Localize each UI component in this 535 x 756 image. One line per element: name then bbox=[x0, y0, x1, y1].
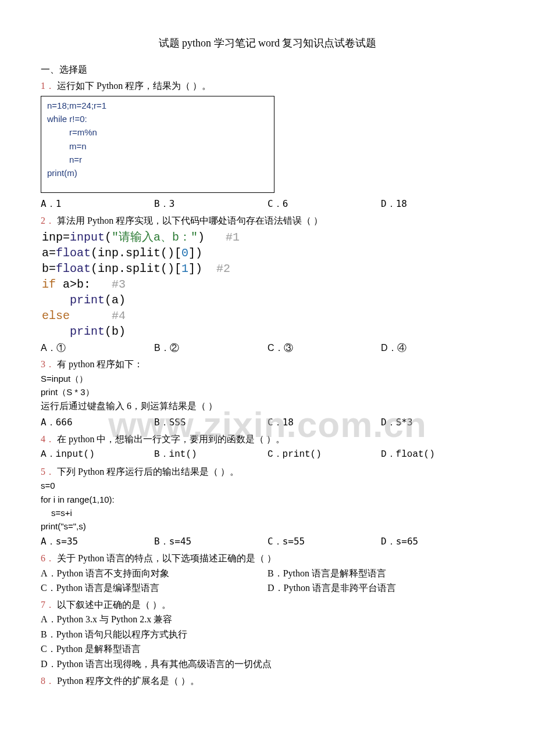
code-token: float bbox=[56, 246, 91, 260]
code-line: print("s=",s) bbox=[41, 521, 86, 531]
code-token: a= bbox=[42, 246, 56, 260]
question-text: 有 python 程序如下： bbox=[57, 359, 143, 369]
question-number: 4． bbox=[41, 434, 55, 444]
code-token: float bbox=[56, 262, 91, 275]
question-8: 8．Python 程序文件的扩展名是（ ）。 bbox=[41, 673, 494, 689]
question-3: 3．有 python 程序如下： bbox=[41, 357, 494, 372]
options-q6-row2: C．Python 语言是编译型语言 D．Python 语言是非跨平台语言 bbox=[41, 581, 494, 596]
question-text: Python 程序文件的扩展名是（ ）。 bbox=[57, 676, 199, 686]
options-q5: A．s=35 B．s=45 C．s=55 D．s=65 bbox=[41, 534, 494, 549]
option-d: D．Python 语言出现得晚，具有其他高级语言的一切优点 bbox=[41, 657, 494, 672]
code-token: inp= bbox=[42, 231, 70, 244]
question-text: 在 python 中，想输出一行文字，要用到的函数是（ ）。 bbox=[57, 434, 285, 444]
option-a: A．s=35 bbox=[41, 534, 154, 549]
code-line: n=r bbox=[47, 153, 268, 166]
code-line: for i in range(1,10): bbox=[41, 495, 115, 504]
option-b: B．3 bbox=[154, 196, 268, 212]
code-token: (b) bbox=[105, 325, 126, 338]
option-c: C．18 bbox=[268, 415, 381, 430]
options-q3: A．666 B．SSS C．18 D．S*3 bbox=[41, 415, 494, 430]
code-token: input bbox=[70, 231, 105, 244]
option-d: D．18 bbox=[381, 196, 494, 212]
code-token bbox=[42, 325, 70, 338]
option-a: A．① bbox=[41, 341, 154, 356]
question-number: 3． bbox=[41, 359, 55, 369]
code-line: s=0 bbox=[41, 481, 55, 490]
option-d: D．s=65 bbox=[381, 534, 494, 549]
code-token: if bbox=[42, 278, 56, 291]
code-line: S=input（） bbox=[41, 374, 88, 384]
code-token: "请输入a、b：" bbox=[112, 231, 198, 244]
question-2: 2．算法用 Python 程序实现，以下代码中哪处语句存在语法错误（ ） bbox=[41, 213, 494, 228]
option-b: B．SSS bbox=[154, 415, 268, 430]
code-block-q2: inp=input("请输入a、b：") #1 a=float(inp.spli… bbox=[42, 230, 494, 339]
code-line: while r!=0: bbox=[47, 114, 87, 124]
code-line: m=n bbox=[47, 139, 268, 153]
option-b: B．int() bbox=[154, 447, 268, 463]
code-token: #1 bbox=[226, 231, 240, 244]
option-a: A．666 bbox=[41, 415, 154, 430]
code-token: (inp.split()[ bbox=[91, 246, 181, 260]
section-heading: 一、选择题 bbox=[41, 62, 494, 77]
option-b: B．Python 语句只能以程序方式执行 bbox=[41, 627, 494, 642]
question-number: 1． bbox=[41, 81, 55, 91]
code-token: 0 bbox=[181, 246, 188, 260]
question-subtext: 运行后通过键盘输入 6，则运算结果是（ ） bbox=[41, 399, 494, 414]
code-line: s=s+i bbox=[41, 506, 494, 519]
option-b: B．s=45 bbox=[154, 534, 268, 549]
option-a: A．1 bbox=[41, 196, 154, 212]
question-text: 运行如下 Python 程序，结果为（ ）。 bbox=[57, 81, 211, 91]
option-a: A．Python 语言不支持面向对象 bbox=[41, 566, 268, 581]
question-4: 4．在 python 中，想输出一行文字，要用到的函数是（ ）。 bbox=[41, 432, 494, 447]
option-c: C．s=55 bbox=[268, 534, 381, 549]
options-q2: A．① B．② C．③ D．④ bbox=[41, 341, 494, 356]
code-token: #3 bbox=[112, 278, 126, 291]
option-d: D．Python 语言是非跨平台语言 bbox=[268, 581, 494, 596]
code-line: r=m%n bbox=[47, 126, 268, 139]
question-6: 6．关于 Python 语言的特点，以下选项描述正确的是（ ） bbox=[41, 551, 494, 566]
code-token: ]) bbox=[188, 262, 216, 275]
code-token: ( bbox=[105, 231, 112, 244]
option-c: C．Python 语言是编译型语言 bbox=[41, 581, 268, 596]
code-token: ) bbox=[198, 231, 226, 244]
option-c: C．③ bbox=[268, 341, 381, 356]
code-token: b= bbox=[42, 262, 56, 275]
code-token: #4 bbox=[112, 309, 126, 323]
options-q4: A．input() B．int() C．print() D．float() bbox=[41, 447, 494, 463]
question-number: 7． bbox=[41, 600, 55, 610]
question-text: 算法用 Python 程序实现，以下代码中哪处语句存在语法错误（ ） bbox=[57, 216, 323, 225]
option-c: C．print() bbox=[268, 447, 381, 463]
question-7: 7．以下叙述中正确的是（ ）。 bbox=[41, 597, 494, 612]
code-line: n=18;m=24;r=1 bbox=[47, 101, 106, 110]
question-text: 关于 Python 语言的特点，以下选项描述正确的是（ ） bbox=[57, 553, 276, 563]
question-number: 6． bbox=[41, 553, 55, 563]
code-token: print bbox=[70, 325, 105, 338]
question-1: 1．运行如下 Python 程序，结果为（ ）。 bbox=[41, 78, 494, 94]
code-token bbox=[42, 293, 70, 307]
option-d: D．float() bbox=[381, 447, 494, 463]
code-token: a>b: bbox=[56, 278, 112, 291]
code-block-q3: S=input（） print（S * 3） bbox=[41, 372, 494, 399]
page-title: 试题 python 学习笔记 word 复习知识点试卷试题 bbox=[41, 35, 494, 52]
code-token: ]) bbox=[188, 246, 202, 260]
question-text: 下列 Python 程序运行后的输出结果是（ ）。 bbox=[57, 467, 239, 476]
option-a: A．input() bbox=[41, 447, 154, 463]
options-q1: A．1 B．3 C．6 D．18 bbox=[41, 196, 494, 212]
code-token bbox=[70, 309, 112, 323]
option-a: A．Python 3.x 与 Python 2.x 兼容 bbox=[41, 612, 494, 627]
option-b: B．Python 语言是解释型语言 bbox=[268, 566, 494, 581]
option-d: D．④ bbox=[381, 341, 494, 356]
question-number: 8． bbox=[41, 676, 55, 686]
question-5: 5．下列 Python 程序运行后的输出结果是（ ）。 bbox=[41, 464, 494, 479]
option-c: C．Python 是解释型语言 bbox=[41, 642, 494, 657]
code-token: 1 bbox=[181, 262, 188, 275]
code-token: (inp.split()[ bbox=[91, 262, 181, 275]
code-block-q1: n=18;m=24;r=1 while r!=0: r=m%n m=n n=r … bbox=[41, 96, 274, 194]
code-line: print（S * 3） bbox=[41, 387, 94, 397]
question-number: 2． bbox=[41, 216, 55, 225]
code-token: print bbox=[70, 293, 105, 307]
code-block-q5: s=0 for i in range(1,10): s=s+i print("s… bbox=[41, 479, 494, 533]
code-token: #2 bbox=[216, 262, 230, 275]
code-token: (a) bbox=[105, 293, 126, 307]
option-c: C．6 bbox=[268, 196, 381, 212]
